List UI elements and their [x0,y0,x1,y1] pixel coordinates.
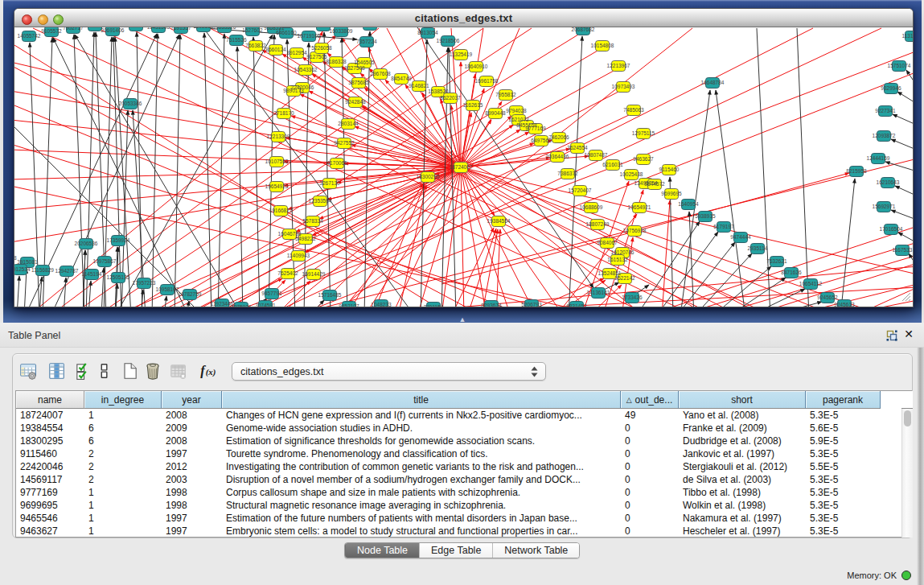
cell-title[interactable]: Structural magnetic resonance image aver… [222,499,621,512]
cell-out_de[interactable]: 0 [621,512,679,525]
toolbar-function-builder-button[interactable]: f(x) [199,361,218,381]
cell-year[interactable]: 2003 [162,473,222,486]
black-edge[interactable] [891,139,913,149]
cell-year[interactable]: 1998 [162,499,222,512]
black-edge[interactable] [797,28,809,307]
cell-short[interactable]: Dudbridge et al. (2008) [679,435,806,447]
table-row[interactable]: 977716911998Corpus callosum shape and si… [16,486,901,499]
cell-in_degree[interactable]: 2 [84,473,162,486]
panel-splitter-handle[interactable]: ▲ [458,317,467,323]
toolbar-delete-table-button[interactable] [168,361,187,381]
table-row[interactable]: 969969511998Structural magnetic resonanc… [16,499,901,512]
cell-name[interactable]: 9777169 [16,486,84,499]
cell-out_de[interactable]: 49 [621,409,679,422]
cell-title[interactable]: Disruption of a novel member of a sodium… [222,473,621,486]
table-row[interactable]: 911546021997Tourette syndrome. Phenomeno… [16,447,901,460]
cell-title[interactable]: Corpus callosum shape and size in male p… [222,486,621,499]
cell-pagerank[interactable]: 5.6E-5 [806,422,881,435]
table-row[interactable]: 1830029562008Estimation of significance … [16,435,901,447]
cell-year[interactable]: 1997 [162,447,222,460]
cell-in_degree[interactable]: 1 [84,499,162,512]
cell-year[interactable]: 2012 [162,460,222,473]
cell-pagerank[interactable]: 5.3E-5 [806,409,881,422]
column-header-name[interactable]: name [16,391,84,409]
cell-short[interactable]: Wolkin et al. (1998) [679,499,806,512]
cell-year[interactable]: 1997 [162,525,222,538]
cell-in_degree[interactable]: 2 [84,460,162,473]
toolbar-new-column-button[interactable] [120,361,139,381]
cell-year[interactable]: 2008 [162,409,222,422]
column-header-year[interactable]: year [162,391,222,409]
cell-in_degree[interactable]: 2 [84,447,162,460]
cell-pagerank[interactable]: 5.5E-5 [806,460,881,473]
cell-in_degree[interactable]: 1 [84,486,162,499]
cell-out_de[interactable]: 0 [621,447,679,460]
cell-out_de[interactable]: 0 [621,473,679,486]
toolbar-delete-column-button[interactable] [143,361,162,381]
tab-network-table[interactable]: Network Table [492,543,579,558]
column-header-in_degree[interactable]: in_degree [84,391,162,409]
black-edge[interactable] [74,35,84,307]
tab-edge-table[interactable]: Edge Table [419,543,492,558]
cell-pagerank[interactable]: 5.3E-5 [806,486,881,499]
black-edge[interactable] [269,35,274,307]
teal-graph-node[interactable] [363,27,377,31]
cell-in_degree[interactable]: 1 [84,512,162,525]
column-header-title[interactable]: title [222,391,621,409]
cell-short[interactable]: Hescheler et al. (1997) [679,525,806,538]
cell-short[interactable]: Yano et al. (2008) [679,409,806,422]
black-edge[interactable] [324,32,331,307]
black-edge[interactable] [898,233,913,241]
cell-out_de[interactable]: 0 [621,422,679,435]
cell-pagerank[interactable]: 5.3E-5 [806,512,881,525]
cell-year[interactable]: 1997 [162,512,222,525]
black-edge[interactable] [39,277,42,307]
black-edge[interactable] [893,114,913,124]
black-edge[interactable] [757,28,770,307]
cell-in_degree[interactable]: 1 [84,525,162,538]
table-row[interactable]: 1456911722003Disruption of a novel membe… [16,473,901,486]
cell-short[interactable]: Nakamura et al. (1997) [679,512,806,525]
cell-title[interactable]: Tourette syndrome. Phenomenology and cla… [222,447,621,460]
cell-in_degree[interactable]: 1 [84,409,162,422]
cell-short[interactable]: Jankovic et al. (1997) [679,447,806,460]
cell-short[interactable]: de Silva et al. (2003) [679,473,806,486]
table-row[interactable]: 946554611997Estimation of the future num… [16,512,901,525]
toolbar-select-all-button[interactable] [74,361,93,381]
cell-pagerank[interactable]: 5.3E-5 [806,525,881,538]
cell-year[interactable]: 2009 [162,422,222,435]
red-edge[interactable] [461,167,773,307]
black-edge[interactable] [175,35,180,307]
cell-name[interactable]: 9115460 [16,447,84,460]
cell-pagerank[interactable]: 5.3E-5 [806,499,881,512]
black-edge[interactable] [237,47,243,307]
cell-out_de[interactable]: 0 [621,435,679,447]
cell-title[interactable]: Genome-wide association studies in ADHD. [222,422,621,435]
cell-name[interactable]: 14569117 [16,473,84,486]
table-row[interactable]: 1938455462009Genome-wide association stu… [16,422,901,435]
toolbar-table-settings-button[interactable] [18,361,37,381]
cell-title[interactable]: Embryonic stem cells: a model to study s… [222,525,621,538]
cell-year[interactable]: 1998 [162,486,222,499]
red-edge[interactable] [461,167,644,307]
toolbar-select-columns-button[interactable] [47,361,66,381]
table-row[interactable]: 2242004622012Investigating the contribut… [16,460,901,473]
black-edge[interactable] [287,39,295,307]
network-graph[interactable]: 1405574291055727902717860739220691406988… [14,27,913,307]
red-edge[interactable] [461,167,464,307]
black-edge[interactable] [204,33,211,307]
cell-in_degree[interactable]: 6 [84,422,162,435]
cell-name[interactable]: 19384554 [16,422,84,435]
black-edge[interactable] [137,32,142,307]
cell-out_de[interactable]: 0 [621,486,679,499]
cell-year[interactable]: 2008 [162,435,222,447]
red-edge[interactable] [14,150,461,167]
cell-name[interactable]: 9465546 [16,512,84,525]
table-row[interactable]: 946362711997Embryonic stem cells: a mode… [16,525,901,538]
cell-title[interactable]: Changes of HCN gene expression and I(f) … [222,409,621,422]
network-window-titlebar[interactable]: citations_edges.txt [14,9,913,27]
black-edge[interactable] [895,186,913,195]
black-edge[interactable] [840,179,855,307]
column-header-short[interactable]: short [679,391,806,409]
black-edge[interactable] [891,210,913,219]
